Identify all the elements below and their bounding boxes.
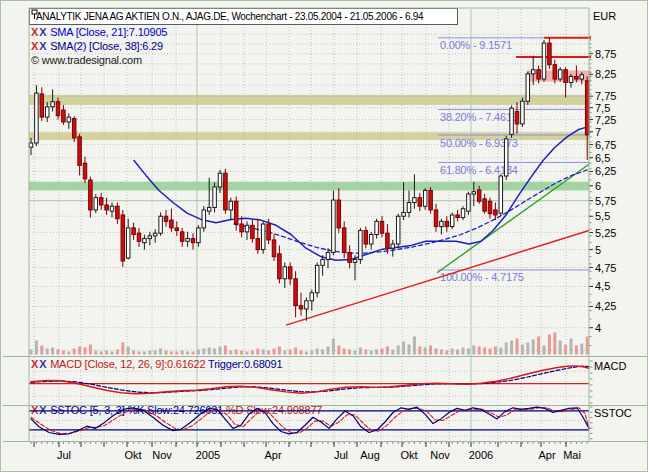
x-axis-label: Aug xyxy=(360,449,380,461)
volume-bar xyxy=(564,345,567,355)
volume-bar xyxy=(343,349,346,355)
candle-body xyxy=(396,216,400,244)
volume-bar xyxy=(165,351,168,355)
volume-bar xyxy=(337,346,340,355)
uptrend-line-red xyxy=(286,231,589,326)
candle-body xyxy=(348,252,352,262)
candle-body xyxy=(186,239,190,242)
volume-bar xyxy=(424,348,427,355)
remove-indicator-icon[interactable]: X xyxy=(31,404,38,416)
x-axis-label: Jul xyxy=(334,449,348,461)
price-tick-label: 7 xyxy=(595,126,601,138)
remove-indicator-icon[interactable]: X xyxy=(31,358,38,370)
candle-body xyxy=(132,228,136,235)
fib-label-0: 0.00% - 9.1571 xyxy=(440,39,512,51)
edit-indicator-icon[interactable]: X xyxy=(39,404,46,416)
volume-bar xyxy=(375,350,378,355)
edit-indicator-icon[interactable]: X xyxy=(39,358,46,370)
volume-bar xyxy=(462,348,465,355)
candle-body xyxy=(418,198,422,207)
volume-bar xyxy=(35,341,38,355)
remove-indicator-icon[interactable]: X xyxy=(31,40,38,52)
currency-label: EUR xyxy=(593,10,616,22)
candle-body xyxy=(359,231,363,260)
remove-indicator-icon[interactable]: X xyxy=(31,26,38,38)
volume-bar xyxy=(235,350,238,355)
volume-bar xyxy=(327,347,330,355)
candle-body xyxy=(72,119,76,138)
price-tick-label: 4,75 xyxy=(595,262,616,274)
volume-bar xyxy=(413,337,416,355)
x-axis-label: Okt xyxy=(124,449,141,461)
volume-bar xyxy=(391,350,394,355)
candle-body xyxy=(375,221,379,234)
candle-body xyxy=(450,215,454,227)
volume-bar xyxy=(94,351,97,355)
volume-bar xyxy=(499,348,502,355)
x-axis-label: Nov xyxy=(430,449,450,461)
fib-label-50: 50.00% - 6.9373 xyxy=(440,137,518,149)
volume-bar xyxy=(526,343,529,355)
sstoc-legend: XX SSTOC [5, 3, 3] %K Slow:24.726631 %D … xyxy=(31,404,322,416)
volume-bar xyxy=(543,346,546,355)
volume-bar xyxy=(429,346,432,355)
candle-body xyxy=(240,224,244,232)
candle-body xyxy=(234,201,238,224)
chart-window: ANALYTIK JENA AG AKTIEN O.N., AJAG.DE, W… xyxy=(0,0,648,472)
candle-body xyxy=(429,190,433,209)
legend-sma2-text: SMA(2) [Close, 38]:6.29 xyxy=(50,40,163,52)
price-tick-label: 5,25 xyxy=(595,227,616,239)
volume-bar xyxy=(537,337,540,355)
x-axis-label: Mai xyxy=(563,449,581,461)
volume-bar xyxy=(111,352,114,355)
candle-body xyxy=(94,198,98,210)
resistance-band-7-6 xyxy=(29,95,589,105)
volume-bar xyxy=(46,349,49,355)
volume-bar xyxy=(300,351,303,355)
candle-body xyxy=(116,206,120,219)
fib-label-100: 100.00% - 4.7175 xyxy=(440,271,524,283)
candle-body xyxy=(380,221,384,233)
candle-body xyxy=(569,76,573,82)
macd-axis-label: MACD xyxy=(594,360,626,372)
edit-indicator-icon[interactable]: X xyxy=(39,26,46,38)
x-axis-label: Apr xyxy=(264,449,281,461)
volume-bar xyxy=(116,350,119,355)
volume-bar xyxy=(278,347,281,355)
edit-indicator-icon[interactable]: X xyxy=(39,40,46,52)
candle-body xyxy=(483,199,487,211)
volume-bar xyxy=(510,341,513,355)
volume-bar xyxy=(89,345,92,355)
volume-bar xyxy=(586,337,589,355)
volume-bar xyxy=(435,349,438,355)
volume-bar xyxy=(397,346,400,355)
candle-body xyxy=(121,215,125,261)
x-axis-label: 2006 xyxy=(469,449,493,461)
volume-bar xyxy=(67,352,70,355)
candle-body xyxy=(548,43,552,65)
volume-bar xyxy=(402,342,405,355)
candle-body xyxy=(386,233,390,248)
candle-body xyxy=(369,235,373,245)
candle-body xyxy=(251,225,255,238)
volume-bar xyxy=(548,335,551,355)
candle-body xyxy=(537,70,541,79)
candle-body xyxy=(164,216,168,221)
candle-body xyxy=(35,93,39,143)
volume-bar xyxy=(354,351,357,355)
price-tick-label: 8,25 xyxy=(595,68,616,80)
volume-bar xyxy=(192,352,195,355)
volume-bar xyxy=(143,352,146,355)
x-axis-label: Nov xyxy=(152,449,172,461)
candle-body xyxy=(267,224,271,240)
candle-body xyxy=(499,176,503,213)
candle-body xyxy=(137,233,141,241)
sstoc-axis-label: SSTOC xyxy=(594,407,632,419)
sstoc-d-text: %D Slow:24.908877 xyxy=(226,404,322,416)
price-tick-label: 7,75 xyxy=(595,90,616,102)
price-tick-label: 6 xyxy=(595,180,601,192)
candle-body xyxy=(488,201,492,213)
price-tick-label: 7,5 xyxy=(595,102,610,114)
volume-bar xyxy=(478,347,481,355)
volume-bar xyxy=(381,349,384,355)
